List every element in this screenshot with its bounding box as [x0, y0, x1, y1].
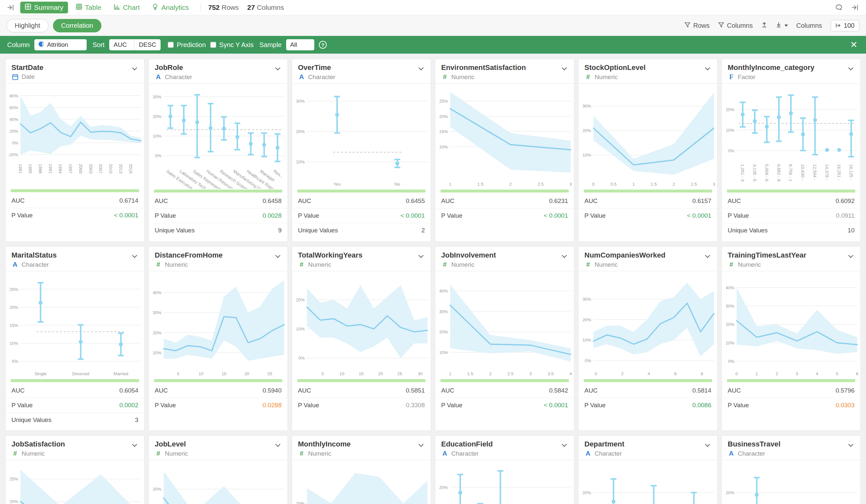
- chevron-down-icon[interactable]: [132, 442, 137, 447]
- sync-y-axis-checkbox[interactable]: Sync Y Axis: [210, 41, 254, 49]
- unique-values-row: Unique Values3: [5, 413, 144, 427]
- distribution-chart: 20%15%: [149, 462, 288, 504]
- arrow-up-from-bar-icon: [761, 22, 767, 30]
- numeric-type-icon: #: [298, 261, 305, 268]
- numeric-type-icon: #: [155, 450, 162, 457]
- chevron-down-icon[interactable]: [848, 253, 854, 258]
- auc-bar-track: [154, 379, 282, 382]
- tab-analytics[interactable]: Analytics: [147, 2, 193, 14]
- column-summary-card: OverTime A Character 30%20%10%YesNo AUC0…: [292, 59, 431, 242]
- chevron-down-icon[interactable]: [705, 65, 710, 70]
- checkbox-unchecked[interactable]: [168, 42, 174, 48]
- auc-bar-track: [297, 379, 425, 382]
- svg-text:0.5: 0.5: [611, 182, 617, 187]
- svg-text:20%: 20%: [439, 485, 448, 490]
- chevron-down-icon[interactable]: [132, 253, 137, 258]
- chevron-down-icon[interactable]: [275, 442, 281, 447]
- tab-table[interactable]: Table: [71, 2, 106, 13]
- arrow-down-to-bar-icon: [776, 22, 781, 30]
- chevron-down-icon[interactable]: [848, 65, 854, 70]
- sort-direction-select[interactable]: DESC: [134, 39, 161, 51]
- target-column-select[interactable]: Attrition: [34, 39, 87, 51]
- columns-limit-box[interactable]: 100: [831, 20, 859, 31]
- help-icon[interactable]: ?: [319, 41, 327, 49]
- prediction-checkbox[interactable]: Prediction: [168, 41, 206, 49]
- stat-value: 0.5842: [549, 387, 568, 394]
- chevron-down-icon[interactable]: [705, 442, 710, 447]
- pvalue-row: P Value0.0288: [149, 398, 288, 413]
- stat-value: 0.0288: [263, 402, 281, 409]
- distribution-chart: 25%20%15%10%: [5, 462, 144, 504]
- column-type: # Numeric: [298, 261, 362, 268]
- checkbox-unchecked[interactable]: [210, 42, 216, 48]
- stat-value: 9: [278, 227, 281, 234]
- target-column-value: Attrition: [47, 41, 68, 48]
- column-type: # Numeric: [441, 261, 496, 268]
- numeric-type-icon: #: [441, 73, 448, 81]
- chevron-down-icon[interactable]: [562, 253, 567, 258]
- calendar-icon: [11, 74, 19, 80]
- filter-columns-button[interactable]: Columns: [718, 22, 753, 30]
- column-title: BusinessTravel: [728, 440, 780, 448]
- chevron-down-icon[interactable]: [562, 442, 567, 447]
- summary-toolbar: Highlight Correlation Rows Columns Colum…: [0, 15, 866, 36]
- svg-text:25%: 25%: [439, 99, 448, 104]
- download-button[interactable]: [776, 22, 788, 30]
- column-type: A Character: [298, 73, 335, 81]
- auc-row: AUC0.5851: [292, 383, 431, 398]
- card-header: EnvironmentSatisfaction # Numeric: [435, 59, 574, 84]
- column-title: MonthlyIncome_category: [728, 64, 814, 72]
- svg-text:30%: 30%: [153, 94, 162, 99]
- close-icon[interactable]: ✕: [847, 41, 860, 49]
- correlation-button[interactable]: Correlation: [53, 19, 101, 32]
- column-type-label: Numeric: [165, 450, 188, 457]
- highlight-button[interactable]: Highlight: [7, 19, 48, 32]
- column-summary-card: MonthlyIncome_category F Factor 20%10%0%…: [721, 59, 861, 242]
- chevron-down-icon[interactable]: [132, 65, 137, 70]
- svg-text:1: 1: [755, 371, 758, 376]
- stat-value: 0.5814: [692, 387, 711, 394]
- svg-text:5: 5: [836, 371, 838, 376]
- collapse-right-panel-icon[interactable]: [850, 3, 860, 12]
- chevron-down-icon[interactable]: [275, 253, 281, 258]
- chevron-down-icon[interactable]: [419, 253, 424, 258]
- column-summary-card: NumCompaniesWorked # Numeric 30%20%10%0%…: [578, 246, 718, 431]
- svg-text:2.5: 2.5: [691, 182, 697, 187]
- unique-values-row: Unique Values9: [149, 223, 288, 238]
- svg-text:1,261 - 3: 1,261 - 3: [740, 164, 745, 181]
- chevron-down-icon[interactable]: [419, 65, 424, 70]
- svg-text:80%: 80%: [10, 93, 18, 98]
- svg-text:1.5: 1.5: [651, 182, 657, 187]
- svg-text:20%: 20%: [296, 298, 305, 303]
- stat-value: < 0.0001: [544, 402, 568, 409]
- sync-y-axis-label: Sync Y Axis: [219, 41, 254, 49]
- chevron-down-icon[interactable]: [705, 253, 710, 258]
- sample-select[interactable]: All: [286, 39, 314, 51]
- column-type-label: Character: [165, 74, 192, 81]
- chevron-down-icon[interactable]: [562, 65, 567, 70]
- column-title: StartDate: [11, 64, 44, 72]
- columns-limit-value: 100: [844, 22, 855, 30]
- svg-text:1994: 1994: [58, 164, 63, 174]
- upload-button[interactable]: [761, 22, 767, 30]
- collapse-left-panel-icon[interactable]: [6, 3, 16, 12]
- auc-bar: [584, 190, 712, 192]
- card-header: JobLevel # Numeric: [149, 436, 288, 460]
- chevron-down-icon[interactable]: [848, 442, 854, 447]
- tab-chart[interactable]: Chart: [109, 2, 144, 13]
- svg-text:14,378 -: 14,378 -: [824, 164, 829, 180]
- svg-text:5: 5: [177, 371, 179, 376]
- filter-rows-button[interactable]: Rows: [685, 22, 710, 30]
- divider: [200, 3, 201, 12]
- comment-bubble-icon[interactable]: [834, 3, 844, 12]
- card-header: OverTime A Character: [292, 59, 431, 84]
- stat-value: 0.0028: [263, 212, 281, 219]
- sort-by-select[interactable]: AUC: [109, 39, 134, 51]
- svg-text:10%: 10%: [296, 327, 305, 332]
- chevron-down-icon[interactable]: [419, 442, 424, 447]
- pvalue-row: P Value< 0.0001: [435, 208, 574, 223]
- chevron-down-icon[interactable]: [275, 65, 281, 70]
- column-type: Date: [11, 73, 44, 80]
- tab-summary[interactable]: Summary: [20, 2, 68, 13]
- stat-label: AUC: [728, 387, 741, 394]
